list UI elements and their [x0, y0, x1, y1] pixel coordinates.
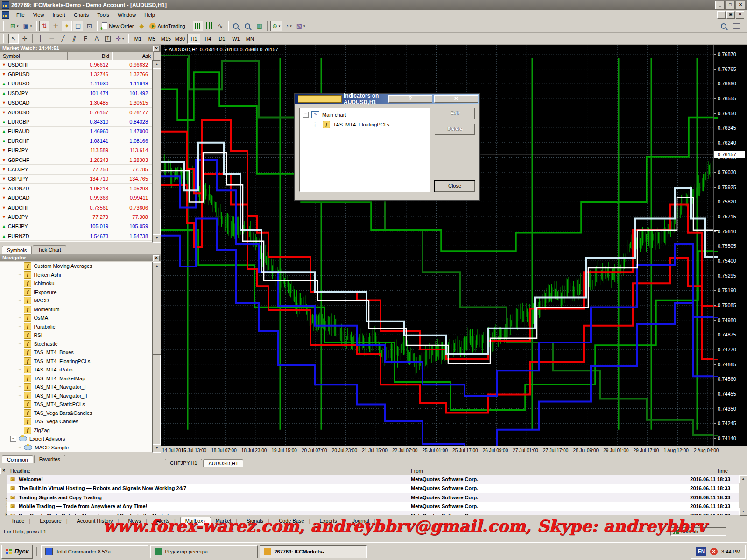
new-chart-button[interactable]: ⊞▾	[8, 21, 20, 31]
market-watch-row[interactable]: ▼GBPCHF1.282431.28303	[0, 155, 154, 165]
fibonacci-button[interactable]: F	[80, 34, 91, 44]
tree-collapse-icon[interactable]: −	[10, 436, 16, 442]
menu-tools[interactable]: Tools	[93, 11, 113, 19]
text-label-button[interactable]: T	[103, 34, 113, 44]
market-watch-row[interactable]: ▲EURUSD1.119301.11948	[0, 79, 154, 89]
navigator-item[interactable]: ┈fMomentum	[0, 305, 154, 314]
navigator-item[interactable]: ┈fIchimoku	[0, 279, 154, 288]
market-watch-row[interactable]: ▲EURCHF1.081411.08166	[0, 136, 154, 146]
tab-favorites[interactable]: Favorites	[34, 455, 65, 463]
navigator-item[interactable]: ┈fStochastic	[0, 340, 154, 349]
metaeditor-button[interactable]: ◆	[136, 21, 147, 31]
market-watch-row[interactable]: ▲CHFJPY105.019105.059	[0, 222, 154, 231]
timeframe-M1[interactable]: M1	[131, 34, 144, 44]
navigator-item[interactable]: ┈fTAS_Vega Candles	[0, 417, 154, 426]
market-watch-row[interactable]: ▼AUDJPY77.27377.308	[0, 212, 154, 222]
terminal-tab-trade[interactable]: Trade|	[7, 517, 35, 525]
navigator-item[interactable]: ┈fHeiken Ashi	[0, 271, 154, 280]
time-axis[interactable]: 14 Jul 201615 Jul 13:0018 Jul 07:0018 Ju…	[161, 446, 747, 456]
terminal-scrollbar[interactable]: ▲ ▼	[739, 475, 747, 516]
timeframe-M30[interactable]: M30	[173, 34, 186, 44]
market-watch-row[interactable]: ▼USDCAD1.304851.30515	[0, 98, 154, 108]
scroll-up-icon[interactable]: ▲	[153, 61, 161, 69]
navigator-item[interactable]: ┈fTAS_MT4_FloatingPCLs	[0, 357, 154, 366]
vertical-line-button[interactable]: │	[35, 34, 46, 44]
navigator-item[interactable]: ┈fTAS_MT4_Navigator_I	[0, 383, 154, 392]
task-button-2[interactable]: Редактор реестра	[150, 545, 258, 558]
scroll-down-icon[interactable]: ▼	[153, 234, 161, 242]
navigator-item[interactable]: ┈fParabolic	[0, 322, 154, 331]
terminal-tab-exposure[interactable]: Exposure|	[35, 517, 72, 525]
text-button[interactable]: A	[92, 34, 102, 44]
horizontal-line-button[interactable]: ─	[47, 34, 57, 44]
mailbox-row[interactable]: ✉Trading Signals and Copy TradingMetaQuo…	[7, 493, 740, 502]
market-watch-row[interactable]: ▼GBPJPY134.710134.765	[0, 175, 154, 184]
trendline-button[interactable]: ╱	[58, 34, 68, 44]
navigator-item[interactable]: ┈fTAS_MT4_iRatio	[0, 365, 154, 374]
column-from[interactable]: From	[407, 467, 658, 475]
timeframe-W1[interactable]: W1	[229, 34, 242, 44]
tab-common[interactable]: Common	[2, 455, 33, 463]
autotrading-button[interactable]: AutoTrading	[148, 21, 187, 31]
navigator-scrollbar[interactable]: ▲ ▼	[152, 262, 161, 453]
mailbox-row[interactable]: ✉Buy Ready-Made Robots, Magazines and Bo…	[7, 511, 740, 515]
task-button-3[interactable]: 267769: IFCMarkets-...	[260, 545, 367, 558]
cursor-button[interactable]: ↖	[8, 34, 19, 44]
task-button-1[interactable]: Total Commander 8.52a ...	[41, 545, 148, 558]
strategy-tester-toggle[interactable]: ⊡	[84, 21, 94, 31]
dialog-help-icon[interactable]: ?	[388, 95, 432, 103]
column-ask[interactable]: Ask	[112, 52, 154, 60]
mailbox-row[interactable]: ✉Welcome!MetaQuotes Software Corp.2016.0…	[7, 475, 740, 484]
navigator-item[interactable]: ┈MACD Sample	[0, 443, 154, 452]
search-icon[interactable]	[721, 23, 726, 29]
market-watch-row[interactable]: ▲EURNZD1.546731.54738	[0, 231, 154, 241]
scroll-up-icon[interactable]: ▲	[739, 475, 747, 483]
menu-file[interactable]: File	[12, 11, 29, 19]
new-order-button[interactable]: New Order	[100, 21, 135, 31]
terminal-toggle[interactable]: ▤	[73, 21, 83, 31]
price-scale[interactable]: 0.768700.767650.766600.765550.764500.763…	[713, 45, 747, 446]
navigator-item[interactable]: ┈fTAS_Vega Bars&Candles	[0, 409, 154, 418]
scroll-down-icon[interactable]: ▼	[739, 508, 747, 516]
timeframe-M5[interactable]: M5	[145, 34, 158, 44]
navigator-item[interactable]: −Expert Advisors	[0, 434, 154, 443]
dialog-title-bar[interactable]: Indicators on AUDUSD,H1 ? ✕	[295, 94, 479, 104]
timeframe-D1[interactable]: D1	[215, 34, 228, 44]
bar-chart-button[interactable]	[193, 21, 203, 31]
navigator-item[interactable]: ┈fOsMA	[0, 314, 154, 322]
market-watch-row[interactable]: ▲USDJPY101.474101.492	[0, 89, 154, 98]
market-watch-row[interactable]: ▲EURCAD1.460581.46103	[0, 241, 154, 242]
column-headline[interactable]: Headline	[7, 467, 407, 475]
market-watch-row[interactable]: ▼USDCHF0.966120.96632	[0, 60, 154, 70]
mdi-restore-icon[interactable]: ▣	[726, 11, 735, 19]
timeframe-H1[interactable]: H1	[187, 34, 200, 44]
maximize-icon[interactable]: □	[726, 1, 735, 9]
mailbox-row[interactable]: ✉The Built-in Virtual Hosting — Robots a…	[7, 484, 740, 493]
column-symbol[interactable]: Symbol	[0, 52, 68, 60]
mdi-close-icon[interactable]: ✕	[736, 11, 744, 19]
timeframe-MN[interactable]: MN	[243, 34, 256, 44]
delete-button[interactable]: Delete	[435, 124, 475, 135]
market-watch-row[interactable]: ▼CADJPY77.75077.785	[0, 165, 154, 174]
indicators-button[interactable]: ⊕▾	[270, 21, 282, 31]
crosshair-button[interactable]: ✛	[20, 34, 30, 44]
navigator-item[interactable]: ┈fMACD	[0, 296, 154, 305]
arrows-button[interactable]: ✛▾	[114, 34, 126, 44]
timeframe-M15[interactable]: M15	[159, 34, 172, 44]
navigator-close-icon[interactable]: ✕	[153, 255, 160, 261]
language-indicator[interactable]: EN	[696, 547, 706, 556]
chart-tab-audusd-h1[interactable]: AUDUSD,H1	[203, 459, 243, 467]
tree-collapse-icon[interactable]: −	[303, 112, 309, 118]
menu-window[interactable]: Window	[113, 11, 140, 19]
tree-indicator-item[interactable]: TAS_MT4_FloatingPCLs	[333, 122, 389, 127]
terminal-close-icon[interactable]: ✕	[0, 468, 7, 474]
profiles-button[interactable]: ▣▾	[21, 21, 34, 31]
column-time[interactable]: Time	[658, 467, 732, 475]
minimize-icon[interactable]: _	[715, 1, 725, 9]
periods-button[interactable]: ◔▾	[283, 21, 293, 31]
navigator-toggle[interactable]: ✦	[62, 21, 72, 31]
candlestick-button[interactable]	[204, 21, 214, 31]
menu-insert[interactable]: Insert	[48, 11, 70, 19]
equidistant-channel-button[interactable]: ∥	[69, 34, 79, 44]
tab-symbols[interactable]: Symbols	[2, 246, 32, 254]
